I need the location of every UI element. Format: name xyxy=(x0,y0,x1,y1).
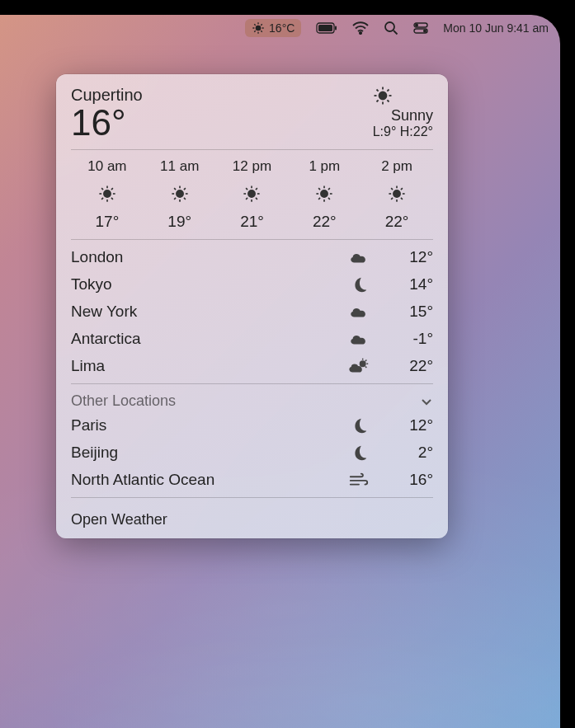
hour-time: 11 am xyxy=(160,158,199,175)
hour-time: 12 pm xyxy=(233,158,271,175)
location-row[interactable]: Tokyo 14° xyxy=(71,275,433,294)
svg-line-8 xyxy=(261,24,262,25)
hour-icon xyxy=(98,185,116,203)
hour-time: 10 am xyxy=(87,158,126,175)
location-temp: 2° xyxy=(375,444,433,462)
sun-icon xyxy=(315,185,333,203)
hourly-column[interactable]: 10 am 17° xyxy=(71,158,144,231)
location-condition-icon xyxy=(342,416,375,434)
svg-line-6 xyxy=(261,31,262,31)
location-temp: 12° xyxy=(375,416,433,434)
sun-icon xyxy=(98,185,116,203)
location-name: London xyxy=(71,248,342,266)
location-condition-icon xyxy=(342,275,375,294)
svg-point-37 xyxy=(177,190,183,197)
svg-point-73 xyxy=(360,361,365,367)
svg-line-14 xyxy=(394,31,398,35)
cloud-icon xyxy=(348,303,370,321)
svg-line-42 xyxy=(174,188,176,190)
location-row[interactable]: North Atlantic Ocean 16° xyxy=(71,471,433,489)
location-name: Paris xyxy=(71,416,342,434)
popover-header[interactable]: Cupertino 16° Sunny L:9° H:22° xyxy=(71,86,433,141)
hour-temp: 21° xyxy=(240,213,264,231)
svg-line-61 xyxy=(328,198,330,200)
location-temp: 22° xyxy=(375,357,433,375)
hourly-column[interactable]: 2 pm 22° xyxy=(361,158,433,231)
menu-bar: 16°C xyxy=(0,15,560,41)
menubar-spotlight[interactable] xyxy=(384,21,398,35)
current-condition: Sunny xyxy=(373,107,433,124)
hourly-column[interactable]: 11 am 19° xyxy=(144,158,216,231)
location-row[interactable]: London 12° xyxy=(71,248,433,266)
menubar-wifi[interactable] xyxy=(352,21,369,35)
divider xyxy=(71,497,433,498)
current-temperature: 16° xyxy=(71,105,143,141)
location-temp: 16° xyxy=(375,471,433,489)
location-row[interactable]: Paris 12° xyxy=(71,416,433,434)
divider xyxy=(71,383,433,384)
menubar-weather[interactable]: 16°C xyxy=(245,19,301,37)
svg-point-18 xyxy=(424,30,427,32)
location-row[interactable]: Antarctica -1° xyxy=(71,330,433,348)
current-low-high: L:9° H:22° xyxy=(373,124,433,139)
svg-point-64 xyxy=(394,190,400,197)
location-name: Tokyo xyxy=(71,275,342,294)
location-name: Beijing xyxy=(71,444,342,462)
location-temp: 14° xyxy=(375,275,433,294)
menubar-control-center[interactable] xyxy=(413,22,428,34)
menubar-battery[interactable] xyxy=(316,22,337,34)
location-temp: 15° xyxy=(375,303,433,321)
svg-point-16 xyxy=(416,24,418,26)
svg-line-45 xyxy=(184,188,186,190)
svg-rect-10 xyxy=(318,25,332,31)
location-condition-icon xyxy=(342,444,375,462)
svg-line-72 xyxy=(401,188,403,190)
moon-icon xyxy=(350,444,368,462)
sun-icon xyxy=(388,185,406,203)
svg-line-34 xyxy=(111,198,113,200)
location-name: New York xyxy=(71,303,342,321)
hour-temp: 17° xyxy=(96,213,120,231)
hourly-forecast[interactable]: 10 am 17° 11 am 19° 12 pm 21° 1 pm xyxy=(71,158,433,231)
location-row[interactable]: New York 15° xyxy=(71,303,433,321)
svg-line-27 xyxy=(387,90,389,92)
wifi-icon xyxy=(352,21,369,35)
cloud-icon xyxy=(348,330,370,348)
menubar-datetime-text: Mon 10 Jun 9:41 am xyxy=(443,21,549,35)
other-locations-header[interactable]: Other Locations xyxy=(71,392,433,410)
svg-line-60 xyxy=(318,188,320,190)
svg-line-69 xyxy=(391,188,393,190)
location-row[interactable]: Lima 22° xyxy=(71,357,433,375)
location-condition-icon xyxy=(342,248,375,266)
svg-point-19 xyxy=(379,92,386,100)
hourly-column[interactable]: 1 pm 22° xyxy=(288,158,361,231)
svg-line-36 xyxy=(111,188,113,190)
hour-icon xyxy=(315,185,333,203)
cloud-icon xyxy=(348,248,370,266)
location-condition-icon xyxy=(342,303,375,321)
svg-line-53 xyxy=(247,198,248,200)
moon-icon xyxy=(350,275,368,294)
hour-temp: 22° xyxy=(385,213,409,231)
svg-point-0 xyxy=(256,26,260,30)
partly-sunny-icon xyxy=(347,357,370,375)
hourly-column[interactable]: 12 pm 21° xyxy=(216,158,289,231)
location-name: Antarctica xyxy=(71,330,342,348)
menubar-datetime[interactable]: Mon 10 Jun 9:41 am xyxy=(443,21,549,35)
svg-point-55 xyxy=(321,190,328,197)
hour-icon xyxy=(171,185,189,203)
battery-icon xyxy=(316,22,337,34)
divider xyxy=(71,239,433,240)
sun-icon xyxy=(171,185,189,203)
hour-time: 1 pm xyxy=(309,158,340,175)
svg-line-77 xyxy=(365,366,366,367)
open-weather-link[interactable]: Open Weather xyxy=(71,506,433,530)
svg-line-51 xyxy=(247,188,248,190)
svg-line-35 xyxy=(101,198,103,200)
chevron-down-icon xyxy=(420,395,433,408)
sun-icon xyxy=(373,86,393,106)
svg-line-33 xyxy=(101,188,103,190)
location-row[interactable]: Beijing 2° xyxy=(71,444,433,462)
divider xyxy=(71,149,433,150)
location-temp: -1° xyxy=(375,330,433,348)
